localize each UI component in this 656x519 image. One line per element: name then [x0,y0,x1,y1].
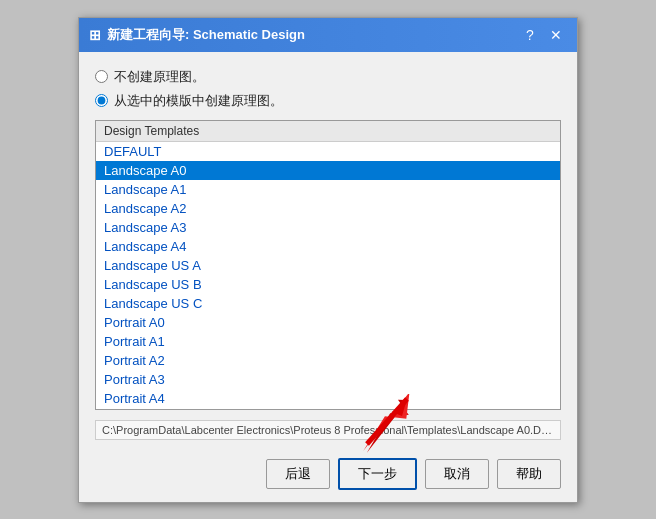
back-button[interactable]: 后退 [266,459,330,489]
list-item[interactable]: Portrait A2 [96,351,560,370]
list-item[interactable]: Landscape US B [96,275,560,294]
list-item[interactable]: Portrait A4 [96,389,560,408]
radio-from-template[interactable] [95,94,108,107]
list-item[interactable]: Landscape US C [96,294,560,313]
radio-label-2[interactable]: 从选中的模版中创建原理图。 [114,92,283,110]
list-item[interactable]: Landscape A3 [96,218,560,237]
radio-row-1: 不创建原理图。 [95,68,561,86]
close-button[interactable]: ✕ [545,24,567,46]
list-item[interactable]: Landscape A4 [96,237,560,256]
radio-no-schematic[interactable] [95,70,108,83]
radio-group: 不创建原理图。 从选中的模版中创建原理图。 [95,68,561,110]
radio-label-1[interactable]: 不创建原理图。 [114,68,205,86]
dialog-title: 新建工程向导: Schematic Design [107,26,305,44]
list-items: DEFAULTLandscape A0Landscape A1Landscape… [96,142,560,410]
next-button[interactable]: 下一步 [338,458,417,490]
list-item[interactable]: Landscape US A [96,256,560,275]
help-button[interactable]: ? [519,24,541,46]
title-bar-left: ⊞ 新建工程向导: Schematic Design [89,26,305,44]
dialog-body: 不创建原理图。 从选中的模版中创建原理图。 Design Templates D… [79,52,577,450]
help-btn-footer[interactable]: 帮助 [497,459,561,489]
title-bar-controls: ? ✕ [519,24,567,46]
list-item[interactable]: Landscape A0 [96,161,560,180]
list-header: Design Templates [96,121,560,142]
main-dialog: ⊞ 新建工程向导: Schematic Design ? ✕ 不创建原理图。 从… [78,17,578,503]
list-item[interactable]: Landscape A1 [96,180,560,199]
title-bar: ⊞ 新建工程向导: Schematic Design ? ✕ [79,18,577,52]
dialog-footer: 后退 下一步 取消 帮助 [79,450,577,502]
dialog-icon: ⊞ [89,27,101,43]
cancel-button[interactable]: 取消 [425,459,489,489]
template-path: C:\ProgramData\Labcenter Electronics\Pro… [95,420,561,440]
radio-row-2: 从选中的模版中创建原理图。 [95,92,561,110]
list-item[interactable]: Portrait A0 [96,313,560,332]
list-item[interactable]: Portrait A3 [96,370,560,389]
list-item[interactable]: Landscape A2 [96,199,560,218]
list-item[interactable]: Portrait US A [96,408,560,410]
list-item[interactable]: DEFAULT [96,142,560,161]
template-list[interactable]: Design Templates DEFAULTLandscape A0Land… [95,120,561,410]
list-item[interactable]: Portrait A1 [96,332,560,351]
